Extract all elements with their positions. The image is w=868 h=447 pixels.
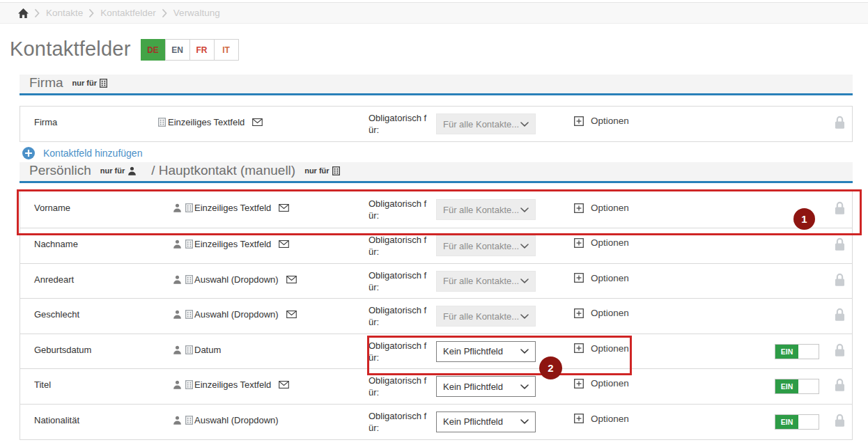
tab-it[interactable]: IT bbox=[214, 39, 239, 61]
mandatory-for-select[interactable]: Kein Pflichtfeld bbox=[436, 341, 536, 362]
visibility-toggle[interactable]: EIN bbox=[775, 344, 819, 359]
mandatory-for-select[interactable]: Für alle Kontakte... bbox=[436, 235, 536, 256]
person-icon bbox=[173, 240, 182, 249]
section-subtitle: / Hauptkontakt (manuell) bbox=[151, 163, 295, 178]
breadcrumb: Kontakte Kontaktfelder Verwaltung bbox=[0, 2, 868, 24]
firma-table: Firma Einzeiliges Textfeld Obligatorisch… bbox=[20, 106, 853, 142]
field-name: Firma bbox=[34, 117, 57, 127]
person-icon bbox=[173, 203, 182, 212]
section-header-firma: Firma nur für bbox=[20, 74, 853, 95]
building-icon bbox=[185, 416, 193, 425]
only-for-company: nur für bbox=[72, 79, 107, 88]
add-contact-field-button[interactable]: Kontaktfeld hinzufügen bbox=[22, 147, 853, 159]
options-button[interactable]: Optionen bbox=[574, 308, 629, 318]
field-row-titel: Titel Einzeiliges Textfeld Obligatorisch… bbox=[20, 369, 852, 405]
mandatory-for-label: Obligatorisch für: bbox=[369, 234, 427, 258]
mandatory-for-label: Obligatorisch für: bbox=[369, 198, 427, 221]
kontaktfelder-page: Kontakte Kontaktfelder Verwaltung Kontak… bbox=[0, 0, 868, 447]
field-row-vorname: Vorname Einzeiliges Textfeld Obligatoris… bbox=[20, 190, 852, 228]
options-button[interactable]: Optionen bbox=[574, 203, 629, 213]
options-button[interactable]: Optionen bbox=[574, 414, 629, 424]
plus-circle-icon bbox=[22, 147, 35, 159]
chevron-down-icon bbox=[520, 419, 529, 424]
field-row-nationalitaet: Nationalität Auswahl (Dropdown) Obligato… bbox=[20, 405, 852, 440]
chevron-down-icon bbox=[520, 384, 529, 389]
section-title: Firma bbox=[29, 75, 63, 91]
lock-icon bbox=[834, 115, 846, 130]
only-for-company: nur für bbox=[304, 166, 339, 175]
plus-square-icon bbox=[574, 343, 584, 353]
chevron-down-icon bbox=[520, 207, 529, 212]
mandatory-for-select[interactable]: Für alle Kontakte... bbox=[436, 271, 536, 292]
field-row-anredeart: Anredeart Auswahl (Dropdown) Obligatoris… bbox=[20, 264, 852, 299]
breadcrumb-verwaltung[interactable]: Verwaltung bbox=[173, 8, 220, 18]
plus-square-icon bbox=[574, 379, 584, 389]
mandatory-for-select[interactable]: Für alle Kontakte... bbox=[436, 199, 536, 220]
plus-square-icon bbox=[574, 273, 584, 283]
mandatory-for-label: Obligatorisch für: bbox=[369, 269, 427, 293]
mandatory-for-select[interactable]: Für alle Kontakte... bbox=[436, 113, 536, 134]
page-header: Kontaktfelder DE EN FR IT bbox=[10, 37, 239, 61]
tab-de[interactable]: DE bbox=[141, 39, 166, 61]
options-button[interactable]: Optionen bbox=[574, 378, 629, 389]
tab-fr[interactable]: FR bbox=[189, 39, 215, 61]
person-icon bbox=[173, 380, 182, 389]
envelope-icon bbox=[286, 311, 297, 318]
field-name: Vorname bbox=[34, 203, 70, 213]
plus-square-icon bbox=[574, 116, 584, 126]
building-icon bbox=[185, 380, 193, 389]
tab-en[interactable]: EN bbox=[165, 39, 190, 61]
building-icon bbox=[158, 118, 166, 127]
building-icon bbox=[185, 275, 193, 284]
field-type: Auswahl (Dropdown) bbox=[194, 274, 279, 285]
only-for-label: nur für bbox=[72, 79, 97, 87]
field-type: Einzeiliges Textfeld bbox=[194, 379, 271, 390]
section-header-persoenlich: Persönlich nur für / Hauptkontakt (manue… bbox=[20, 162, 853, 183]
field-row-firma: Firma Einzeiliges Textfeld Obligatorisch… bbox=[20, 107, 852, 141]
breadcrumb-kontaktfelder[interactable]: Kontaktfelder bbox=[100, 8, 156, 18]
options-button[interactable]: Optionen bbox=[574, 237, 629, 248]
chevron-down-icon bbox=[520, 279, 529, 283]
content: Firma nur für Firma Einzeiliges Textfeld… bbox=[20, 74, 853, 440]
envelope-icon bbox=[279, 240, 289, 248]
chevron-down-icon bbox=[520, 244, 529, 249]
building-icon bbox=[185, 240, 193, 249]
chevron-right-icon bbox=[162, 9, 167, 17]
chevron-down-icon bbox=[520, 349, 529, 354]
breadcrumb-kontakte[interactable]: Kontakte bbox=[46, 8, 83, 18]
mandatory-for-label: Obligatorisch für: bbox=[369, 304, 427, 328]
mandatory-for-select[interactable]: Für alle Kontakte... bbox=[436, 306, 536, 327]
field-type: Datum bbox=[194, 345, 221, 355]
only-for-label: nur für bbox=[304, 166, 329, 175]
plus-square-icon bbox=[574, 308, 584, 318]
mandatory-for-select[interactable]: Kein Pflichtfeld bbox=[436, 376, 536, 397]
visibility-toggle[interactable]: EIN bbox=[775, 414, 819, 430]
toggle-on-label: EIN bbox=[775, 415, 798, 429]
visibility-toggle[interactable]: EIN bbox=[775, 379, 819, 394]
field-row-nachname: Nachname Einzeiliges Textfeld Obligatori… bbox=[20, 228, 852, 264]
chevron-right-icon bbox=[89, 9, 94, 17]
only-for-label: nur für bbox=[100, 166, 125, 175]
home-icon[interactable] bbox=[18, 8, 29, 18]
field-type: Einzeiliges Textfeld bbox=[194, 239, 271, 249]
mandatory-for-label: Obligatorisch für: bbox=[369, 112, 427, 136]
field-row-geburtsdatum: Geburtsdatum Datum Obligatorisch für: Ke… bbox=[20, 334, 852, 370]
options-button[interactable]: Optionen bbox=[574, 116, 629, 126]
language-tabs: DE EN FR IT bbox=[141, 39, 239, 61]
lock-icon bbox=[834, 413, 846, 428]
field-type: Auswahl (Dropdown) bbox=[194, 415, 279, 425]
person-icon bbox=[127, 166, 137, 175]
person-icon bbox=[173, 345, 182, 354]
annotation-circle-1: 1 bbox=[793, 208, 815, 230]
options-button[interactable]: Optionen bbox=[574, 343, 629, 354]
field-name: Geburtsdatum bbox=[34, 345, 91, 355]
field-name: Anredeart bbox=[34, 274, 74, 285]
field-type: Einzeiliges Textfeld bbox=[168, 117, 245, 127]
mandatory-for-select[interactable]: Kein Pflichtfeld bbox=[436, 411, 536, 432]
person-icon bbox=[173, 416, 182, 425]
options-button[interactable]: Optionen bbox=[574, 273, 629, 283]
persoenlich-table: Vorname Einzeiliges Textfeld Obligatoris… bbox=[20, 189, 853, 440]
lock-icon bbox=[834, 237, 846, 251]
plus-square-icon bbox=[574, 203, 584, 213]
chevron-right-icon bbox=[35, 9, 40, 17]
